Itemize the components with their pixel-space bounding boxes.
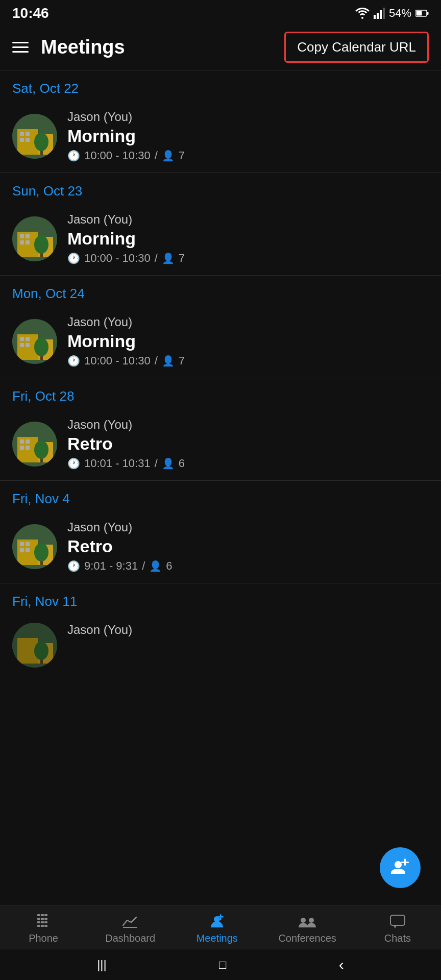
meeting-host-3: Jason (You) [67,418,429,432]
meeting-details-1: 🕐 10:00 - 10:30 / 👤 7 [67,252,429,265]
nav-item-chats[interactable]: Chats [372,913,423,944]
nav-label-conferences: Conferences [278,933,336,944]
nav-item-phone[interactable]: Phone [18,913,69,944]
meeting-host-2: Jason (You) [67,315,429,329]
svg-rect-61 [41,914,44,916]
meeting-item-2[interactable]: Jason (You) Morning 🕐 10:00 - 10:30 / 👤 … [0,307,441,378]
copy-calendar-button[interactable]: Copy Calendar URL [284,32,429,63]
meeting-participants-0: 7 [179,149,185,162]
people-icon-3: 👤 [162,457,175,470]
nav-item-conferences[interactable]: Conferences [278,913,336,944]
svg-rect-29 [26,337,30,341]
meeting-participants-2: 7 [179,354,185,368]
clock-icon-3: 🕐 [67,457,80,470]
svg-point-51 [34,543,48,561]
svg-rect-28 [20,337,24,341]
svg-rect-19 [20,234,24,238]
meeting-avatar-2 [12,319,57,364]
svg-point-42 [34,440,48,459]
svg-rect-39 [20,446,24,450]
svg-rect-6 [416,11,422,16]
meeting-name-2: Morning [67,331,429,351]
add-meeting-fab[interactable] [380,847,421,888]
svg-rect-5 [427,12,429,15]
wifi-icon [355,8,370,19]
svg-rect-71 [44,925,47,927]
meeting-host-4: Jason (You) [67,520,429,534]
clock-icon-1: 🕐 [67,252,80,264]
meeting-name-0: Morning [67,126,429,146]
meeting-item-4[interactable]: Jason (You) Retro 🕐 9:01 - 9:31 / 👤 6 [0,512,441,583]
nav-label-dashboard: Dashboard [105,933,155,944]
home-button[interactable]: □ [219,958,227,972]
hamburger-icon[interactable] [12,42,29,53]
svg-rect-67 [41,921,44,923]
meetings-nav-icon [209,913,225,929]
date-label-5: Fri, Nov 11 [0,583,441,615]
meeting-participants-3: 6 [179,457,185,470]
date-label-2: Mon, Oct 24 [0,276,441,307]
svg-rect-78 [390,915,405,925]
nav-item-dashboard[interactable]: Dashboard [105,913,156,944]
svg-rect-10 [20,132,24,136]
svg-rect-69 [37,925,40,927]
people-icon-4: 👤 [149,560,162,572]
svg-rect-49 [26,548,30,552]
svg-rect-40 [26,446,30,450]
meeting-time-4: 9:01 - 9:31 [84,559,138,573]
svg-point-77 [309,918,314,923]
svg-point-24 [34,235,48,254]
meeting-time-1: 10:00 - 10:30 [84,252,151,265]
status-bar: 10:46 54% [0,0,441,24]
meeting-info-2: Jason (You) Morning 🕐 10:00 - 10:30 / 👤 … [67,315,429,368]
meeting-item-3[interactable]: Jason (You) Retro 🕐 10:01 - 10:31 / 👤 6 [0,409,441,480]
status-icons: 54% [355,7,429,20]
date-label-4: Fri, Nov 4 [0,481,441,512]
meeting-item-1[interactable]: Jason (You) Morning 🕐 10:00 - 10:30 / 👤 … [0,204,441,275]
svg-rect-75 [218,916,224,918]
conferences-nav-icon [298,913,316,929]
svg-rect-21 [20,240,24,244]
top-bar-left: Meetings [12,36,125,58]
svg-rect-12 [20,138,24,142]
meeting-avatar-1 [12,216,57,261]
svg-rect-11 [26,132,30,136]
clock-icon-0: 🕐 [67,150,80,162]
date-section-2: Mon, Oct 24 Jason (You) Morning [0,275,441,378]
signal-icon [374,8,385,19]
meeting-avatar-3 [12,422,57,467]
meeting-host-5: Jason (You) [67,623,429,637]
svg-marker-79 [394,925,397,928]
meeting-avatar-0 [12,114,57,159]
back-button[interactable]: ‹ [339,956,344,973]
bottom-nav: Phone Dashboard Meetings Conferences [0,905,441,949]
svg-rect-31 [26,343,30,347]
nav-item-meetings[interactable]: Meetings [191,913,242,944]
meeting-info-1: Jason (You) Morning 🕐 10:00 - 10:30 / 👤 … [67,212,429,265]
nav-label-phone: Phone [29,933,58,944]
meeting-info-5: Jason (You) [67,623,429,639]
svg-rect-70 [41,925,44,927]
meeting-time-2: 10:00 - 10:30 [84,354,151,368]
meeting-participants-4: 6 [166,559,172,573]
people-icon-2: 👤 [162,355,175,367]
system-nav: ||| □ ‹ [0,949,441,980]
meeting-item-5-partial: Jason (You) [0,615,441,668]
meeting-details-0: 🕐 10:00 - 10:30 / 👤 7 [67,149,429,162]
meeting-name-3: Retro [67,434,429,454]
recent-apps-button[interactable]: ||| [97,958,107,972]
svg-rect-13 [26,138,30,142]
meeting-list: Sat, Oct 22 Jaso [0,70,441,668]
svg-rect-30 [20,343,24,347]
meeting-host-0: Jason (You) [67,110,429,124]
svg-point-76 [301,918,306,923]
nav-label-chats: Chats [384,933,411,944]
date-section-0: Sat, Oct 22 Jaso [0,70,441,173]
meeting-info-0: Jason (You) Morning 🕐 10:00 - 10:30 / 👤 … [67,110,429,162]
svg-rect-38 [26,439,30,444]
meeting-item-0[interactable]: Jason (You) Morning 🕐 10:00 - 10:30 / 👤 … [0,102,441,173]
date-section-4: Fri, Nov 4 Jason (You) Retro [0,480,441,583]
meeting-host-1: Jason (You) [67,212,429,227]
svg-rect-22 [26,240,30,244]
meeting-info-4: Jason (You) Retro 🕐 9:01 - 9:31 / 👤 6 [67,520,429,573]
